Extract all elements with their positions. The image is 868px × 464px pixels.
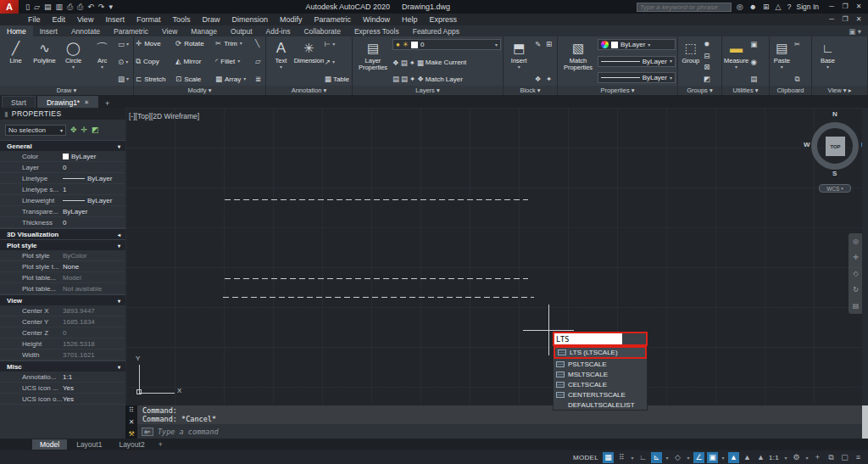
viewcube-top-face[interactable]: TOP (826, 137, 845, 156)
panel-label-groups[interactable]: Groups ▾ (678, 86, 721, 95)
property-row[interactable]: Thickness0 (0, 217, 125, 228)
ribbon-button-text[interactable]: AText▾ (268, 37, 294, 86)
navbar-tool-icon-4[interactable]: ▤ (853, 302, 860, 310)
annotation-small-tool[interactable]: ▦Table (325, 75, 349, 83)
close-icon[interactable]: ✕ (853, 14, 865, 25)
object-snap-icon[interactable]: ▣ (707, 452, 718, 463)
ribbon-button-layer-properties[interactable]: ▤Layer Properties (354, 37, 392, 86)
navbar-tool-icon-2[interactable]: ◇ (853, 270, 858, 277)
section-header-misc[interactable]: Misc▾ (0, 361, 125, 372)
chevron-down-icon[interactable]: ▾ (118, 364, 120, 370)
suggestion-msltscale[interactable]: MSLTSCALE (554, 369, 647, 379)
autoscale-icon[interactable]: ▲ (742, 452, 753, 463)
navbar-tool-icon-3[interactable]: ↻ (853, 286, 859, 293)
ribbon-button-mirror[interactable]: ◭Mirror (175, 57, 215, 65)
clean-screen-icon[interactable]: ▢ (839, 452, 850, 463)
ribbon-tab-view[interactable]: View (155, 25, 184, 36)
section-header-plot-style[interactable]: Plot style▾ (0, 239, 125, 250)
clipboard-tool-icon[interactable]: ✂ (793, 40, 802, 48)
panel-label-layers[interactable]: Layers ▾ (353, 86, 503, 95)
wrench-icon[interactable]: ⚒ (128, 430, 134, 438)
ribbon-tab-express-tools[interactable]: Express Tools (348, 25, 406, 36)
viewcube-north-label[interactable]: N (832, 110, 837, 118)
chevron-down-icon[interactable]: ▾ (783, 455, 788, 461)
restore-icon[interactable]: ❐ (839, 0, 851, 14)
ribbon-button-circle[interactable]: ◯Circle▾ (59, 37, 87, 86)
minimize-icon[interactable]: ─ (826, 0, 837, 14)
property-row[interactable]: Plot table...Not available (0, 283, 125, 294)
quick-select-icon[interactable]: ◩ (92, 126, 99, 134)
ribbon-button-measure[interactable]: ▬Measure▾ (724, 37, 748, 86)
ribbon-button-group[interactable]: ⬚Group (680, 37, 702, 86)
chevron-down-icon[interactable]: ▾ (804, 455, 810, 461)
undo-icon[interactable]: ↶ (87, 0, 94, 14)
ribbon-tab-parametric[interactable]: Parametric (107, 25, 155, 36)
chevron-down-icon[interactable]: ▾ (721, 455, 726, 461)
annotation-monitor-icon[interactable]: ∠ (693, 452, 704, 463)
isodraft-icon[interactable]: ◇ (672, 452, 683, 463)
wcs-dropdown[interactable]: WCS ▾ (819, 184, 851, 193)
print-icon[interactable]: ⎙ (77, 0, 83, 14)
ribbon-button-scale[interactable]: ⊡Scale (175, 75, 215, 83)
menu-file[interactable]: File (22, 14, 47, 25)
suggestion-celtscale[interactable]: CELTSCALE (554, 379, 647, 389)
property-row[interactable]: Plot styleByColor (0, 250, 125, 261)
ribbon-button-fillet[interactable]: ◜Fillet▾ (215, 57, 255, 65)
file-tab-drawing1[interactable]: Drawing1*✕ (37, 96, 98, 108)
ribbon-button-line[interactable]: ╱Line (2, 37, 30, 86)
ribbon-button-polyline[interactable]: ∿Polyline (31, 37, 58, 86)
ribbon-tab-collaborate[interactable]: Collaborate (297, 25, 347, 36)
property-row[interactable]: Transpare...ByLayer (0, 206, 125, 217)
ribbon-button-tool[interactable]: ≣ (255, 75, 265, 83)
panel-label-block[interactable]: Block ▾ (504, 86, 557, 95)
menu-tools[interactable]: Tools (166, 14, 196, 25)
viewcube-west-label[interactable]: W (804, 141, 810, 148)
annotation-small-tool[interactable]: ↗▾ (325, 58, 349, 66)
help-icon[interactable]: ? (787, 3, 792, 11)
new-layout-button[interactable]: + (154, 440, 167, 449)
file-tab-start[interactable]: Start (2, 96, 36, 108)
minimize-icon[interactable]: ─ (826, 14, 837, 25)
layout-tab-layout2[interactable]: Layout2 (111, 439, 152, 450)
ribbon-button-array[interactable]: ▦Array▾ (215, 75, 255, 83)
autodesk-apps-icon[interactable]: △ (776, 3, 782, 11)
toggle-pickadd-icon[interactable]: ✥ (70, 126, 77, 134)
chevron-down-icon[interactable]: ▾ (118, 298, 120, 304)
property-row[interactable]: UCS icon ...Yes (0, 383, 125, 394)
drag-handle-icon[interactable]: ⠿ (129, 406, 134, 414)
utilities-tool-icon[interactable]: ▣ (749, 40, 758, 48)
ribbon-button-copy[interactable]: ⧉Copy (136, 57, 175, 66)
ribbon-tab-annotate[interactable]: Annotate (64, 25, 107, 36)
signin-person-icon[interactable]: ☻ (749, 3, 757, 11)
ribbon-button-make-current[interactable]: ❖▤✦▦Make Current (392, 59, 501, 67)
navbar-tool-icon-0[interactable]: ◎ (853, 238, 859, 245)
workspace-switching-icon[interactable]: ⚙ (791, 452, 802, 463)
layout-tab-layout1[interactable]: Layout1 (69, 439, 109, 450)
command-customize-icon[interactable]: ▤▾ (142, 428, 153, 436)
open-folder-icon[interactable]: ▱ (34, 0, 40, 14)
command-scrollbar[interactable] (862, 405, 868, 439)
property-row[interactable]: Plot table...Model (0, 272, 125, 283)
keyword-search-input[interactable] (637, 3, 732, 12)
groups-tool-icon[interactable]: ✹ (703, 40, 711, 48)
navigation-bar[interactable]: ◎✛◇↻▤ (849, 233, 863, 314)
ribbon-button-stretch[interactable]: ⊏Stretch (136, 75, 175, 83)
property-dropdown-2[interactable]: ByLayer▾ (598, 72, 676, 83)
viewcube[interactable]: TOP N E S W (804, 112, 868, 185)
utilities-tool-icon[interactable]: ▤ (749, 75, 758, 83)
property-row[interactable]: Center Y1685.1834 (0, 316, 125, 327)
layer-dropdown[interactable]: ●☀0▾ (392, 39, 501, 50)
panel-label-view[interactable]: View ▾ ▸ (812, 86, 867, 95)
property-row[interactable]: Height1526.5318 (0, 338, 125, 349)
palette-header[interactable]: ▮ PROPERTIES (0, 108, 125, 120)
block-tool-icon[interactable]: ❖ (533, 75, 542, 83)
suggestion-lts-ltscale-[interactable]: LTS (LTSCALE) (554, 346, 647, 359)
draw-small-tool[interactable]: ▨▾ (118, 75, 129, 83)
groups-tool-icon[interactable]: ◩ (703, 75, 711, 83)
clipboard-tool-icon[interactable]: ⧉ (793, 75, 802, 83)
menu-edit[interactable]: Edit (47, 14, 72, 25)
ribbon-button-arc[interactable]: ⌒Arc▾ (88, 37, 116, 86)
menu-modify[interactable]: Modify (274, 14, 309, 25)
property-row[interactable]: LineweightByLayer (0, 195, 125, 206)
suggestion-psltscale[interactable]: PSLTSCALE (554, 359, 647, 369)
